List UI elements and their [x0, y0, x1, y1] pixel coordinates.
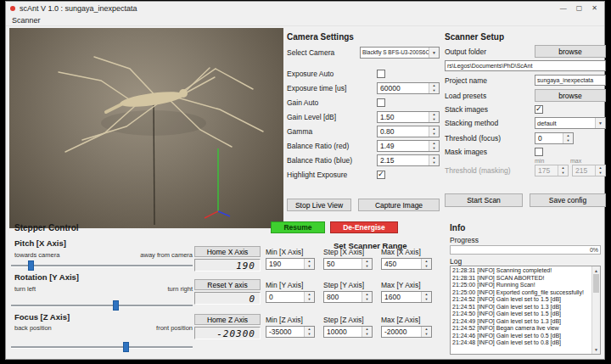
scroll-thumb[interactable]	[593, 274, 599, 293]
min-x-spinbox[interactable]: 190▲▼	[266, 258, 315, 270]
output-folder-browse-button[interactable]: browse	[535, 45, 606, 58]
window-title: scAnt V 1.0 : sungaya_inexpectata	[20, 4, 560, 13]
minimize-icon[interactable]: —	[560, 4, 567, 12]
threshold-masking-min-value: 175	[538, 166, 550, 175]
balance-blue-spinbox[interactable]: 2.15▲▼	[377, 154, 440, 166]
focus-slider[interactable]	[11, 342, 193, 352]
step-z-spinbox[interactable]: 10000▲▼	[323, 326, 373, 338]
spinner-arrows-icon[interactable]: ▲▼	[421, 292, 431, 302]
log-line: 21:24:50 [INFO] Gain level set to 1.5 [d…	[452, 311, 590, 318]
log-scrollbar[interactable]: ▲ ▼	[591, 266, 600, 354]
project-name-field[interactable]: sungaya_inexpectata	[535, 75, 606, 86]
focus-left-label: back position	[14, 324, 52, 332]
max-y-spinbox[interactable]: 1600▲▼	[381, 291, 432, 303]
menu-scanner[interactable]: Scanner	[12, 16, 41, 25]
masking-max-label: max	[570, 158, 581, 164]
load-presets-browse-button[interactable]: browse	[535, 89, 606, 102]
spinner-arrows-icon[interactable]: ▲▼	[563, 133, 573, 143]
min-z-spinbox[interactable]: -35000▲▼	[266, 326, 315, 338]
log-line: 21:28:31 [INFO] SCAN ABORTED!	[452, 275, 590, 283]
step-y-label: Step [Y Axis]	[323, 281, 364, 289]
spinner-arrows-icon[interactable]: ▲▼	[362, 327, 372, 337]
stack-images-checkbox[interactable]	[535, 105, 543, 114]
home-x-axis-button[interactable]: Home X Axis	[194, 246, 261, 257]
stepper-control-panel: Stepper Control Resume De-Energise Set S…	[9, 219, 436, 358]
spinner-arrows-icon[interactable]: ▲▼	[421, 327, 431, 337]
masking-min-label: min	[535, 158, 570, 164]
specimen-image	[9, 28, 283, 228]
project-name-label: Project name	[445, 76, 487, 85]
gamma-spinbox[interactable]: 0.80▲▼	[377, 126, 440, 137]
spinner-arrows-icon[interactable]: ▲▼	[304, 327, 314, 337]
save-config-button[interactable]: Save config	[530, 193, 606, 207]
rotation-slider-handle[interactable]	[113, 300, 119, 311]
log-output[interactable]: 21:28:31 [INFO] Scanning completed! 21:2…	[450, 266, 601, 355]
log-line: 21:24:46 [INFO] Gain level set to 0.5 [d…	[452, 333, 590, 340]
exposure-time-spinbox[interactable]: 60000▲▼	[377, 82, 440, 94]
step-y-value: 800	[327, 293, 339, 301]
step-x-spinbox[interactable]: 50▲▼	[323, 258, 373, 270]
focus-slider-handle[interactable]	[123, 342, 129, 352]
log-line: 21:24:52 [INFO] Began camera live view	[452, 325, 590, 333]
step-y-spinbox[interactable]: 800▲▼	[323, 291, 373, 303]
gain-level-value: 1.50	[380, 113, 395, 121]
home-z-axis-button[interactable]: Home Z Axis	[194, 314, 261, 325]
min-x-value: 190	[269, 260, 281, 268]
mask-images-checkbox[interactable]	[535, 148, 543, 156]
stacking-method-label: Stacking method	[445, 119, 498, 127]
load-presets-label: Load presets	[445, 92, 486, 100]
de-energise-button[interactable]: De-Energise	[330, 221, 398, 233]
threshold-masking-max-spinbox: 215▲▼	[572, 165, 606, 176]
exposure-auto-checkbox[interactable]	[377, 70, 385, 78]
threshold-focus-spinbox[interactable]: 0▲▼	[535, 132, 574, 144]
spinner-arrows-icon[interactable]: ▲▼	[362, 259, 372, 269]
start-scan-button[interactable]: Start Scan	[445, 193, 523, 207]
insect-abdomen	[106, 104, 121, 112]
chevron-down-icon[interactable]: ▼	[595, 118, 605, 128]
log-line: 21:28:31 [INFO] Scanning completed!	[452, 267, 590, 275]
camera-select-dropdown[interactable]: Blackfly S BFS-U3-200S6C ID: 20531153 ▼	[360, 47, 440, 59]
focus-axis-title: Focus [Z Axis]	[14, 312, 70, 322]
output-path-field[interactable]: rs\Legos\Documents\PhD\ScAnt	[445, 60, 606, 71]
threshold-focus-value: 0	[538, 134, 542, 143]
balance-red-value: 1.49	[380, 142, 395, 150]
step-z-value: 10000	[327, 328, 347, 336]
max-z-spinbox[interactable]: -20000▲▼	[381, 326, 432, 338]
stop-live-view-button[interactable]: Stop Live View	[287, 199, 351, 211]
gain-level-spinbox[interactable]: 1.50▲▼	[377, 111, 440, 123]
spinner-arrows-icon[interactable]: ▲▼	[429, 141, 439, 151]
spinner-arrows-icon[interactable]: ▲▼	[421, 259, 431, 269]
max-x-spinbox[interactable]: 450▲▼	[381, 258, 432, 270]
maximize-icon[interactable]: ▢	[576, 4, 583, 12]
specimen-pin	[154, 103, 154, 225]
spinner-arrows-icon[interactable]: ▲▼	[429, 155, 439, 165]
resume-button[interactable]: Resume	[271, 221, 325, 233]
pitch-slider[interactable]	[11, 260, 193, 271]
chevron-down-icon[interactable]: ▼	[429, 48, 439, 58]
gain-auto-checkbox[interactable]	[377, 98, 385, 107]
spinner-arrows-icon[interactable]: ▲▼	[304, 259, 314, 269]
stacking-method-dropdown[interactable]: default▼	[535, 117, 606, 129]
rotation-slider[interactable]	[11, 300, 193, 311]
highlight-exposure-label: Highlight Exposure	[287, 171, 347, 179]
scanner-setup-title: Scanner Setup	[445, 32, 606, 42]
progress-bar: 0%	[450, 245, 601, 255]
spinner-arrows-icon[interactable]: ▲▼	[429, 83, 439, 93]
camera-live-view	[9, 28, 283, 228]
close-icon[interactable]: ✕	[591, 4, 597, 12]
spinner-arrows-icon[interactable]: ▲▼	[429, 112, 439, 122]
balance-red-spinbox[interactable]: 1.49▲▼	[377, 140, 440, 152]
spinner-arrows-icon[interactable]: ▲▼	[429, 126, 439, 137]
select-camera-label: Select Camera	[287, 48, 334, 57]
min-y-label: Min [Y Axis]	[266, 281, 303, 289]
min-y-spinbox[interactable]: 0▲▼	[266, 291, 315, 303]
reset-y-axis-button[interactable]: Reset Y axis	[194, 279, 261, 290]
spinner-arrows-icon[interactable]: ▲▼	[362, 292, 372, 302]
highlight-exposure-checkbox[interactable]	[377, 171, 385, 179]
pitch-position-lcd: 190	[194, 259, 261, 272]
camera-settings-panel: Camera Settings Select Camera Blackfly S…	[287, 32, 440, 226]
scroll-down-icon[interactable]: ▼	[592, 346, 600, 354]
pitch-slider-handle[interactable]	[28, 260, 34, 271]
spinner-arrows-icon[interactable]: ▲▼	[304, 292, 314, 302]
capture-image-button[interactable]: Capture Image	[358, 199, 440, 211]
